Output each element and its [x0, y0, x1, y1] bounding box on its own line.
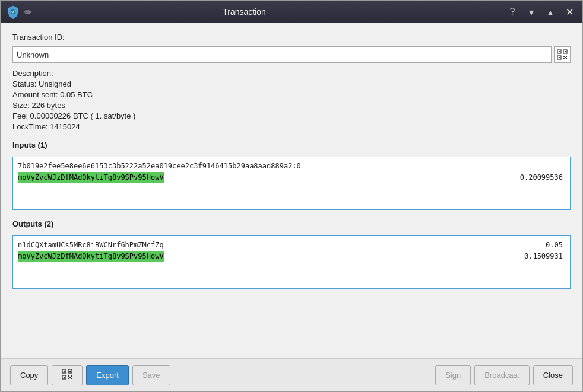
svg-rect-8 [566, 56, 567, 57]
pin-icon[interactable]: ✏ [24, 7, 32, 18]
description-label: Description: [12, 69, 571, 78]
svg-rect-17 [64, 377, 65, 378]
window-title: Transaction [32, 7, 457, 17]
input-line-1: moVyZvcWJzDfMAdQkytiTg8v9SPv95HowV 0.200… [18, 172, 565, 183]
size-line: Size: 226 bytes [12, 101, 571, 110]
input-line-0: 7b019e2fee5e8ee6e6153c3b5222a52ea019cee2… [18, 161, 565, 172]
fee-line: Fee: 0.00000226 BTC ( 1. sat/byte ) [12, 111, 571, 120]
qr-button[interactable] [554, 46, 571, 63]
status-line: Status: Unsigned [12, 79, 571, 88]
input-amount: 0.20099536 [520, 172, 565, 183]
minimize-button[interactable]: ▾ [523, 4, 540, 20]
qr-footer-icon [62, 369, 72, 380]
txid-input[interactable] [12, 46, 552, 63]
info-section: Description: Status: Unsigned Amount sen… [12, 69, 571, 131]
svg-rect-7 [563, 56, 565, 57]
outputs-title: Outputs (2) [12, 219, 571, 228]
svg-rect-13 [64, 371, 65, 372]
app-logo-icon [5, 4, 21, 20]
close-window-button[interactable]: ✕ [561, 4, 578, 20]
help-button[interactable]: ? [504, 4, 521, 20]
output-line-0: n1dCQXtamUCs5MRc8iBWCNrf6hPmZMcfZq 0.05 [18, 240, 565, 251]
export-button[interactable]: Export [86, 365, 129, 385]
input-address: moVyZvcWJzDfMAdQkytiTg8v9SPv95HowV [18, 172, 164, 183]
qr-footer-button[interactable] [52, 365, 83, 385]
amount-line: Amount sent: 0.05 BTC [12, 90, 571, 99]
svg-rect-4 [565, 51, 566, 52]
svg-rect-18 [68, 375, 69, 377]
outputs-box: n1dCQXtamUCs5MRc8iBWCNrf6hPmZMcfZq 0.05 … [12, 235, 571, 289]
svg-rect-20 [68, 378, 69, 379]
txid-label: Transaction ID: [12, 33, 571, 42]
svg-rect-11 [565, 57, 566, 58]
broadcast-button[interactable]: Broadcast [474, 365, 530, 385]
svg-rect-6 [559, 57, 560, 58]
locktime-line: LockTime: 1415024 [12, 122, 571, 131]
svg-rect-21 [71, 378, 72, 379]
sign-button[interactable]: Sign [435, 365, 471, 385]
save-button[interactable]: Save [132, 365, 170, 385]
output-amount-1: 0.1509931 [524, 251, 565, 262]
input-txhash: 7b019e2fee5e8ee6e6153c3b5222a52ea019cee2… [18, 161, 301, 172]
output-amount-0: 0.05 [546, 240, 565, 251]
main-content: Transaction ID: [1, 23, 582, 358]
output-address-0: n1dCQXtamUCs5MRc8iBWCNrf6hPmZMcfZq [18, 240, 164, 251]
svg-rect-9 [563, 58, 565, 59]
titlebar: ✏ Transaction ? ▾ ▴ ✕ [1, 1, 582, 23]
copy-button[interactable]: Copy [10, 365, 48, 385]
inputs-title: Inputs (1) [12, 141, 571, 149]
inputs-box: 7b019e2fee5e8ee6e6153c3b5222a52ea019cee2… [12, 157, 571, 210]
transaction-window: ✏ Transaction ? ▾ ▴ ✕ Transaction ID: [0, 0, 583, 392]
output-line-1: moVyZvcWJzDfMAdQkytiTg8v9SPv95HowV 0.150… [18, 251, 565, 262]
svg-rect-15 [69, 371, 71, 372]
restore-button[interactable]: ▴ [542, 4, 559, 20]
qr-icon [557, 49, 568, 60]
close-button[interactable]: Close [533, 365, 573, 385]
footer: Copy Export Save Si [1, 358, 582, 391]
window-controls: ? ▾ ▴ ✕ [504, 4, 578, 20]
txid-row [12, 46, 571, 63]
svg-rect-22 [69, 377, 71, 378]
output-address-1: moVyZvcWJzDfMAdQkytiTg8v9SPv95HowV [18, 251, 164, 262]
footer-left: Copy Export Save [10, 365, 430, 385]
svg-rect-19 [71, 375, 72, 377]
svg-rect-10 [566, 58, 567, 59]
svg-rect-2 [559, 51, 560, 52]
footer-right: Sign Broadcast Close [435, 365, 573, 385]
